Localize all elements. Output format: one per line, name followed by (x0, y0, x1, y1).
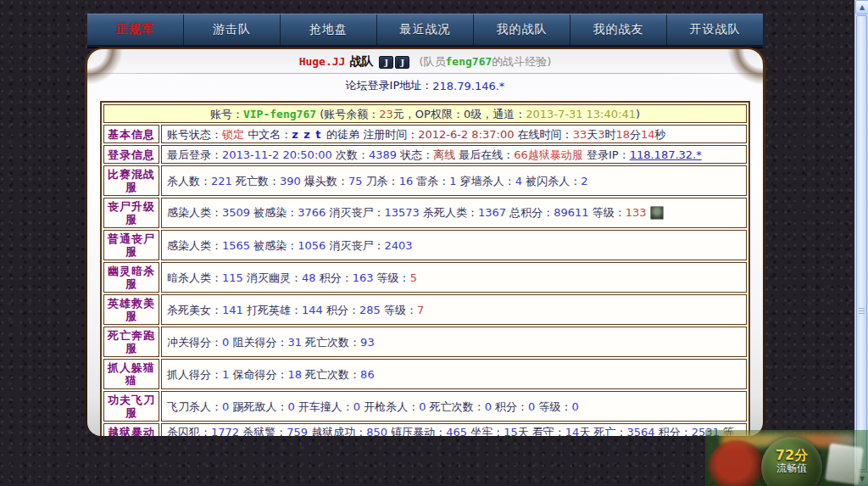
stat-segment: 阻关得分： (229, 336, 287, 349)
stat-segment: 163 (353, 271, 374, 284)
stat-segment: 积分： (492, 400, 528, 413)
nav-item[interactable]: 抢地盘 (280, 14, 376, 45)
stat-segment: 飞刀杀人： (167, 400, 222, 413)
stat-segment: 死亡数： (232, 175, 280, 187)
stat-segment: 221 (211, 175, 232, 187)
stat-segment: 850 (366, 426, 387, 436)
stat-segment: 0 (287, 400, 294, 413)
stat-segment: 登录IP： (583, 148, 630, 161)
table-row: 比赛混战服杀人数：221 死亡数：390 爆头数：75 刀杀：16 雷杀：1 穿… (103, 165, 747, 196)
row-stats: 杀死美女：141 打死英雄：144 积分：285 等级：7 (161, 294, 747, 325)
stat-segment: 1565 (222, 239, 250, 252)
chevron-down-icon: ▼ (860, 475, 865, 483)
stat-segment: 86 (360, 368, 375, 381)
stat-segment: 2013-7-31 13:40:41 (526, 108, 636, 120)
table-row: 死亡奔跑服冲关得分：0 阻关得分：31 死亡次数：93 (103, 327, 747, 357)
stat-segment: 0 (353, 400, 360, 413)
stat-segment: 4389 (369, 148, 397, 161)
vertical-scrollbar[interactable]: ▲ ▼ (854, 0, 868, 486)
row-label: 丧尸升级服 (103, 198, 159, 228)
stat-segment: z z t (292, 128, 326, 141)
row-stats: 飞刀杀人：0 踢死敌人：0 开车撞人：0 开枪杀人：0 死亡次数：0 积分：0 … (161, 391, 747, 422)
nav-bar: 正规军游击队抢地盘最近战况我的战队我的战友开设战队 (87, 14, 763, 47)
stat-segment: 消灭丧尸： (326, 206, 384, 219)
stat-segment: 2013-11-2 20:50:00 (222, 148, 332, 161)
row-label: 登录信息 (103, 145, 159, 164)
team-name-suffix: 战队 (349, 54, 373, 70)
chevron-up-icon: ▲ (860, 3, 865, 11)
stat-segment: 3766 (298, 206, 326, 219)
team-level-badge-icon: J (379, 56, 393, 69)
stat-segment: 285 (359, 304, 381, 316)
stat-segment: 16 (399, 175, 414, 187)
nav-item[interactable]: 游击队 (183, 14, 280, 45)
stat-segment: VIP-feng767 (243, 108, 316, 120)
stat-segment: 开枪杀人： (360, 400, 419, 413)
stat-segment: 雷杀： (413, 175, 449, 187)
stat-segment: 状态： (397, 148, 433, 161)
stat-segment: 杀死美女： (167, 304, 222, 316)
stat-segment: 390 (280, 175, 301, 187)
table-row: 抓人躲猫猫抓人得分：1 保命得分：18 死亡次数：86 (103, 359, 747, 389)
stat-segment: 开车撞人： (295, 400, 353, 413)
stat-segment: 133 (626, 206, 647, 219)
row-label: 死亡奔跑服 (103, 327, 159, 357)
scroll-up-button[interactable]: ▲ (855, 0, 868, 14)
row-label: 抓人躲猫猫 (103, 359, 159, 389)
login-ip-link[interactable]: 118.187.32.* (630, 148, 702, 161)
row-label: 幽灵暗杀服 (103, 262, 159, 293)
row-stats: 杀囚犯：1772 杀狱警：759 越狱成功：850 镇压暴动：465 坐牢：15… (161, 423, 747, 436)
nav-item[interactable]: 开设战队 (666, 14, 763, 45)
scroll-down-button[interactable]: ▼ (855, 472, 868, 486)
table-row: 登录信息最后登录：2013-11-2 20:50:00 次数：4389 状态：离… (103, 145, 747, 164)
forum-ip-value: 218.79.146.* (432, 80, 504, 92)
stat-segment: 1367 (478, 206, 506, 219)
stat-segment: 23 (379, 108, 393, 120)
member-name: feng767 (446, 55, 492, 68)
table-row: 越狱暴动服杀囚犯：1772 杀狱警：759 越狱成功：850 镇压暴动：465 … (103, 423, 747, 436)
stat-segment: 感染人类： (167, 239, 222, 252)
table-row: 基本信息账号状态：锁定 中文名：z z t 的徒弟 注册时间：2012-6-2 … (103, 125, 747, 143)
stat-segment: 杀人数： (167, 175, 211, 187)
stat-segment: 的徒弟 (326, 128, 359, 141)
stat-segment: 13573 (384, 206, 419, 219)
stat-segment: 0 (485, 400, 492, 413)
team-name: Huge.JJ (299, 55, 346, 68)
nav-item[interactable]: 最近战况 (376, 14, 473, 45)
account-summary-cell: 账号：VIP-feng767 (账号余额：23元，OP权限：0级，通道：2013… (103, 104, 747, 123)
nav-item[interactable]: 我的战友 (570, 14, 666, 45)
stat-segment: 2 (581, 175, 587, 187)
table-row: 功夫飞刀服飞刀杀人：0 踢死敌人：0 开车撞人：0 开枪杀人：0 死亡次数：0 … (103, 391, 747, 422)
stat-segment: 越狱成功： (308, 426, 366, 436)
stats-table: 账号：VIP-feng767 (账号余额：23元，OP权限：0级，通道：2013… (100, 101, 750, 436)
row-stats: 感染人类：3509 被感染：3766 消灭丧尸：13573 杀死人类：1367 … (161, 198, 747, 228)
stat-segment: 冲关得分： (167, 336, 222, 349)
stat-segment: 看守： (529, 426, 565, 436)
watermark-logo-icon (709, 440, 765, 486)
fluency-score-badge: 72分 流畅值 (761, 437, 822, 486)
stat-segment: 15 (504, 426, 518, 436)
stat-segment: 消灭幽灵： (243, 271, 302, 284)
stats-table-body: 账号：VIP-feng767 (账号余额：23元，OP权限：0级，通道：2013… (103, 104, 747, 436)
stat-segment: 759 (287, 426, 308, 436)
recorder-watermark: 72分 流畅值 (705, 430, 868, 486)
stat-segment: 93 (360, 336, 375, 349)
stat-segment: 75 (348, 175, 363, 187)
stat-segment: 中文名： (244, 128, 292, 141)
stat-segment: 感染人类： (167, 206, 222, 219)
nav-item[interactable]: 正规军 (87, 14, 183, 45)
stat-segment: 18 (287, 368, 302, 381)
nav-item[interactable]: 我的战队 (473, 14, 570, 45)
stat-segment: 3564 (627, 426, 655, 436)
stat-segment: 穿墙杀人： (457, 175, 515, 187)
stat-segment: 暗杀人类： (167, 271, 222, 284)
zombie-avatar-icon (650, 206, 664, 220)
stat-segment: 2403 (384, 239, 412, 252)
scrollbar-thumb[interactable] (856, 15, 867, 470)
row-label: 功夫飞刀服 (103, 391, 159, 422)
forum-ip-line: 论坛登录IP地址： 218.79.146.* (87, 76, 763, 95)
stat-segment: 14 (565, 426, 580, 436)
table-row: 英雄救美服杀死美女：141 打死英雄：144 积分：285 等级：7 (103, 294, 747, 325)
stat-segment: 元，OP权限：0级，通道： (393, 108, 526, 120)
stat-segment: 刀杀： (362, 175, 398, 187)
